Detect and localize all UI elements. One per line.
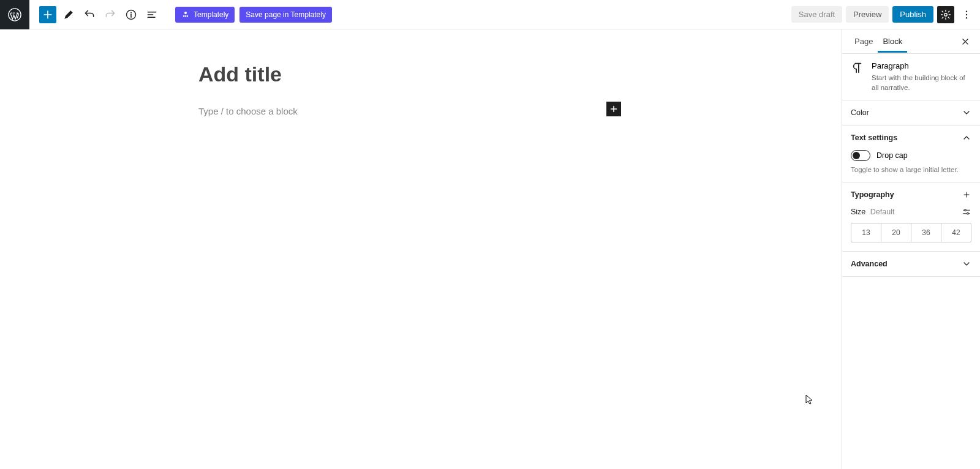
typography-panel: Typography Size Default 13 20 36 42 xyxy=(842,182,980,252)
svg-point-9 xyxy=(966,13,967,15)
info-icon xyxy=(125,9,137,21)
templately-button[interactable]: Templately xyxy=(175,7,235,23)
drop-cap-toggle[interactable] xyxy=(851,150,870,161)
plus-icon[interactable] xyxy=(962,190,971,200)
svg-point-7 xyxy=(944,13,948,16)
save-in-templately-button[interactable]: Save page in Templately xyxy=(239,7,332,23)
svg-point-0 xyxy=(9,8,21,20)
svg-point-2 xyxy=(130,12,132,13)
gear-icon xyxy=(940,9,951,20)
color-panel: Color xyxy=(842,100,980,126)
color-panel-toggle[interactable]: Color xyxy=(842,100,980,125)
preview-button[interactable]: Preview xyxy=(846,6,889,23)
text-settings-panel-toggle[interactable]: Text settings xyxy=(842,126,980,150)
undo-button[interactable] xyxy=(81,6,98,23)
publish-button[interactable]: Publish xyxy=(892,6,933,23)
redo-icon xyxy=(104,9,116,21)
svg-point-12 xyxy=(967,213,969,215)
font-size-option[interactable]: 36 xyxy=(911,223,941,242)
undo-icon xyxy=(83,9,96,21)
advanced-panel: Advanced xyxy=(842,252,980,277)
close-icon xyxy=(960,37,970,47)
inline-add-block-button[interactable] xyxy=(606,102,621,116)
templately-label: Templately xyxy=(194,10,228,19)
block-placeholder-input[interactable]: Type / to choose a block xyxy=(198,106,298,116)
redo-button[interactable] xyxy=(102,6,119,23)
svg-point-10 xyxy=(966,17,967,18)
advanced-title: Advanced xyxy=(851,260,888,268)
sliders-icon[interactable] xyxy=(962,207,971,217)
drop-cap-label: Drop cap xyxy=(876,151,908,160)
close-sidebar-button[interactable] xyxy=(958,34,973,49)
svg-rect-4 xyxy=(183,15,184,17)
svg-point-3 xyxy=(184,12,187,14)
font-size-option[interactable]: 13 xyxy=(851,223,881,242)
editor-canvas: Add title Type / to choose a block xyxy=(0,29,842,469)
svg-rect-6 xyxy=(187,15,188,17)
paragraph-icon xyxy=(851,61,864,92)
svg-point-8 xyxy=(966,10,967,12)
typography-panel-header[interactable]: Typography xyxy=(842,182,980,207)
drop-cap-help: Toggle to show a large initial letter. xyxy=(851,166,971,173)
size-default: Default xyxy=(870,208,895,216)
more-options-button[interactable] xyxy=(958,6,975,23)
edit-tools-button[interactable] xyxy=(60,6,77,23)
save-in-templately-label: Save page in Templately xyxy=(246,10,326,19)
top-toolbar: Templately Save page in Templately Save … xyxy=(0,0,980,29)
save-draft-button[interactable]: Save draft xyxy=(791,6,842,23)
block-title: Paragraph xyxy=(872,61,971,70)
list-view-icon xyxy=(146,9,158,21)
font-size-option[interactable]: 20 xyxy=(881,223,911,242)
text-settings-title: Text settings xyxy=(851,133,897,142)
plus-icon xyxy=(42,9,54,21)
font-size-grid: 13 20 36 42 xyxy=(851,223,971,242)
text-settings-panel: Text settings Drop cap Toggle to show a … xyxy=(842,126,980,182)
block-info-header: Paragraph Start with the building block … xyxy=(842,54,980,100)
toolbar-left-group: Templately Save page in Templately xyxy=(29,6,332,23)
color-panel-title: Color xyxy=(851,108,869,117)
typography-title: Typography xyxy=(851,190,894,199)
kebab-icon xyxy=(961,9,972,20)
svg-rect-5 xyxy=(185,15,186,17)
outline-button[interactable] xyxy=(143,6,160,23)
settings-sidebar: Page Block Paragraph Start with the buil… xyxy=(842,29,980,469)
wordpress-logo-button[interactable] xyxy=(0,0,29,29)
sidebar-tabs: Page Block xyxy=(842,29,980,54)
details-button[interactable] xyxy=(123,6,140,23)
svg-point-11 xyxy=(965,209,967,211)
toolbar-right-group: Save draft Preview Publish xyxy=(791,6,980,23)
tab-page[interactable]: Page xyxy=(850,31,878,52)
post-title-input[interactable]: Add title xyxy=(198,62,621,86)
settings-toggle-button[interactable] xyxy=(937,6,954,23)
wordpress-icon xyxy=(8,8,21,21)
pencil-icon xyxy=(62,9,75,21)
templately-icon xyxy=(181,10,190,19)
block-description: Start with the building block of all nar… xyxy=(872,73,971,92)
size-label: Size xyxy=(851,208,865,216)
font-size-option[interactable]: 42 xyxy=(941,223,971,242)
chevron-down-icon xyxy=(962,108,971,118)
plus-icon xyxy=(608,103,619,114)
add-block-button[interactable] xyxy=(39,6,56,23)
tab-block[interactable]: Block xyxy=(878,31,907,52)
chevron-down-icon xyxy=(962,259,971,269)
chevron-up-icon xyxy=(962,133,971,143)
advanced-panel-toggle[interactable]: Advanced xyxy=(842,252,980,276)
